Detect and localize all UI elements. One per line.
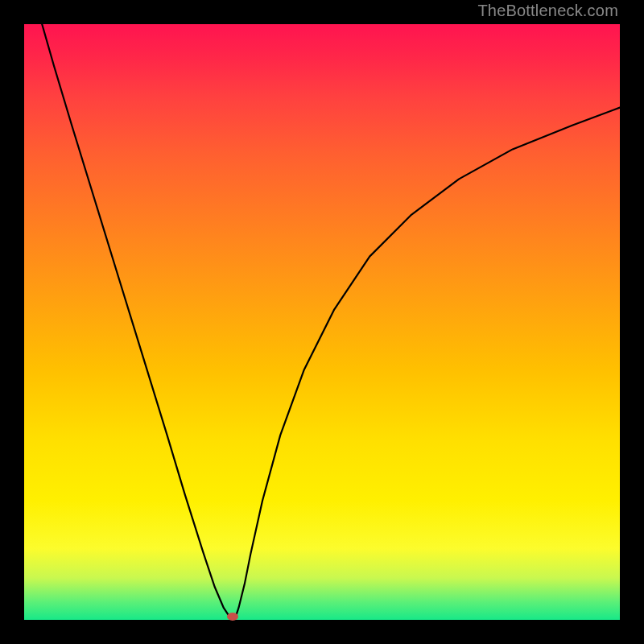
optimal-point-marker [227,613,238,621]
watermark-text: TheBottleneck.com [477,2,618,20]
chart-plot-area [24,24,620,620]
bottleneck-curve [24,24,620,620]
